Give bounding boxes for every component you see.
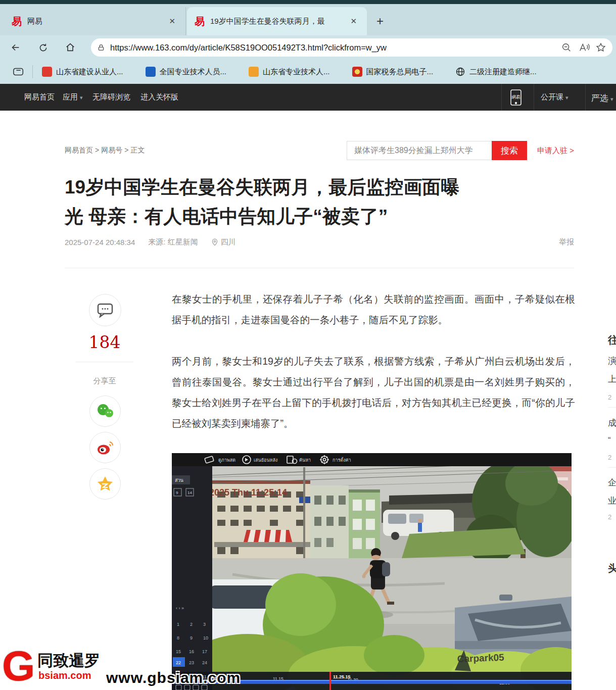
comment-bubble-icon	[97, 303, 114, 318]
nav-care-link[interactable]: 进入关怀版	[140, 92, 178, 102]
read-aloud-icon[interactable]	[578, 42, 590, 53]
sidebar-date: 2	[608, 454, 611, 461]
article-paragraph: 两个月前，黎女士和19岁的儿子失去了联系，根据警方线索，子希从广州白云机场出发后…	[172, 351, 575, 434]
camera-label: Carpark05	[457, 652, 504, 664]
bookmark-label: 山东省专业技术人...	[263, 67, 330, 77]
apply-join-link[interactable]: 申请入驻 >	[537, 146, 574, 156]
breadcrumb-dyh[interactable]: 网易号	[101, 146, 122, 154]
article-title: 19岁中国学生在曼谷失联两月，最后监控画面曝 光 母亲：有人电话中告知儿子“被卖…	[65, 173, 575, 231]
tab-close-icon[interactable]: ✕	[166, 16, 178, 27]
location-label: 四川	[221, 237, 236, 247]
article-meta: 2025-07-24 20:48:34 来源: 红星新闻 四川	[65, 237, 236, 247]
zoom-out-icon[interactable]	[561, 42, 572, 53]
new-tab-button[interactable]: +	[376, 14, 384, 28]
tab-groups-icon[interactable]	[11, 64, 26, 79]
tab-close-icon[interactable]: ✕	[347, 16, 360, 27]
divider	[65, 268, 574, 268]
share-qzone-button[interactable]	[89, 468, 121, 500]
svg-text:2: 2	[190, 622, 193, 627]
comment-count[interactable]: 184	[76, 332, 133, 352]
bookmark-item[interactable]: 二级注册建造师继...	[455, 67, 537, 77]
sidebar-link[interactable]: “	[608, 435, 611, 446]
nav-open-course-link[interactable]: 公开课▾	[541, 92, 568, 102]
dvr-side-panel: ส่วน 9 14 ‹ › » 123 8910 151617 222324	[172, 466, 212, 690]
menu-search[interactable]: ค้นหา	[299, 458, 311, 463]
dvr-chip-btn[interactable]: 9	[176, 490, 178, 495]
svg-text:8: 8	[177, 635, 179, 640]
sidebar-link[interactable]: 企	[608, 477, 616, 488]
divider	[534, 84, 534, 111]
sidebar-link[interactable]: 上	[608, 373, 616, 385]
article-source: 来源: 红星新闻	[148, 237, 198, 247]
location-pin-icon	[211, 238, 218, 247]
search-button[interactable]: 搜索	[492, 141, 527, 160]
tab-netease-home[interactable]: 易 网易 ✕	[4, 7, 186, 35]
breadcrumb-home[interactable]: 网易首页	[65, 146, 93, 154]
bookmark-favicon	[249, 67, 259, 77]
svg-text:17: 17	[202, 649, 207, 654]
tab-strip: 易 网易 ✕ 易 19岁中国学生在曼谷失联两月，最 ✕ +	[0, 4, 616, 35]
share-weibo-button[interactable]	[89, 432, 121, 463]
breadcrumb: 网易首页>网易号>正文	[65, 146, 145, 155]
menu-live[interactable]: ดูภาพสด	[218, 458, 235, 463]
nav-app-link[interactable]: 应用▾	[63, 92, 83, 102]
url-field[interactable]: https://www.163.com/dy/article/K58S19OO0…	[91, 38, 612, 57]
search-input[interactable]	[347, 141, 505, 160]
sidebar-link[interactable]: 业	[608, 495, 616, 507]
netease-favicon: 易	[194, 16, 205, 27]
netease-favicon: 易	[11, 16, 22, 27]
favorites-star-icon[interactable]	[595, 42, 606, 53]
nav-accessibility-link[interactable]: 无障碍浏览	[92, 92, 130, 102]
bookmarks-bar: 山东省建设从业人... 全国专业技术人员... 山东省专业技术人... 国家税务…	[0, 60, 616, 84]
qzone-star-icon	[96, 475, 114, 492]
address-bar: https://www.163.com/dy/article/K58S19OO0…	[0, 35, 616, 60]
timeline-marker[interactable]	[329, 672, 331, 690]
nav-yanxuan-link[interactable]: 严选▾	[591, 92, 613, 104]
svg-text:9: 9	[190, 635, 193, 640]
sidebar-link[interactable]: 成	[608, 417, 616, 429]
gbsiam-logo-cn: 同致暹罗	[37, 650, 100, 671]
bookmark-label: 国家税务总局电子...	[366, 67, 434, 77]
share-wechat-button[interactable]	[89, 396, 121, 427]
bookmark-favicon	[352, 67, 362, 77]
tab-title: 19岁中国学生在曼谷失联两月，最	[210, 17, 342, 26]
dvr-menu-bar: ดูภาพสด เล่นย้อนหลัง ค้นหา การตั้งค่า	[172, 453, 572, 466]
svg-text:24: 24	[202, 660, 207, 665]
svg-text:15: 15	[176, 649, 181, 654]
report-link[interactable]: 举报	[559, 237, 574, 247]
nav-home-link[interactable]: 网易首页	[24, 92, 55, 102]
bookmark-item[interactable]: 山东省建设从业人...	[42, 67, 123, 77]
bookmark-item[interactable]: 山东省专业技术人...	[249, 67, 330, 77]
gbsiam-logo-g: G	[2, 648, 39, 687]
home-icon[interactable]	[63, 40, 78, 55]
gbsiam-url-watermark: www.gbsiam.com	[106, 669, 241, 686]
tab-article-active[interactable]: 易 19岁中国学生在曼谷失联两月，最 ✕	[187, 7, 367, 35]
breadcrumb-separator: >	[124, 146, 128, 154]
mobile-app-icon[interactable]: 網易	[509, 89, 523, 108]
lock-icon	[97, 43, 105, 52]
calendar-nav-arrows[interactable]: ‹ › »	[176, 606, 184, 611]
bookmark-item[interactable]: 全国专业技术人员...	[146, 67, 227, 77]
breadcrumb-separator: >	[95, 146, 99, 154]
svg-text:23: 23	[189, 660, 194, 665]
sidebar-link[interactable]: 演	[608, 355, 616, 367]
comment-button[interactable]	[89, 294, 121, 326]
dvr-chip-btn[interactable]: 14	[187, 490, 192, 495]
gbsiam-logo-sub: bsiam.com	[38, 670, 91, 681]
dvr-chip[interactable]: ส่วน	[175, 478, 183, 483]
wechat-icon	[96, 403, 115, 419]
search-box[interactable]	[347, 141, 492, 160]
bookmark-label: 二级注册建造师继...	[469, 67, 537, 77]
svg-text:網易: 網易	[511, 94, 520, 100]
bookmark-item[interactable]: 国家税务总局电子...	[352, 67, 434, 77]
share-label: 分享至	[76, 376, 133, 386]
tab-title: 网易	[27, 17, 161, 26]
menu-playback[interactable]: เล่นย้อนหลัง	[254, 458, 277, 463]
sidebar-heading: 往	[608, 333, 616, 347]
refresh-icon[interactable]	[35, 40, 51, 55]
sidebar-heading: 头	[608, 562, 616, 575]
divider	[608, 467, 616, 468]
divider	[608, 407, 616, 408]
menu-settings[interactable]: การตั้งค่า	[333, 457, 351, 463]
back-icon[interactable]	[8, 40, 23, 55]
